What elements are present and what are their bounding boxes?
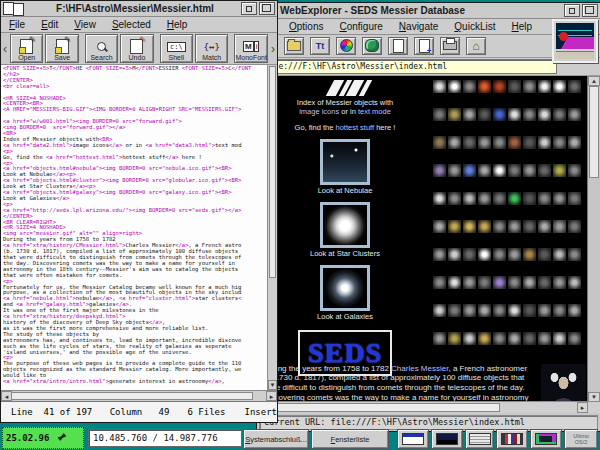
messier-object-thumbnail[interactable] — [553, 220, 566, 233]
messier-object-thumbnail[interactable] — [523, 108, 536, 121]
messier-object-thumbnail[interactable] — [553, 332, 566, 345]
messier-object-thumbnail[interactable] — [493, 248, 506, 261]
messier-object-thumbnail[interactable] — [553, 276, 566, 289]
messier-object-thumbnail[interactable] — [433, 276, 446, 289]
label-galaxies[interactable]: Look at Galaxies — [259, 312, 431, 321]
editor-minimize-button[interactable] — [241, 2, 257, 15]
editor-window[interactable]: F:\HF\Astro\Messier\Messier.html File Ed… — [0, 0, 278, 423]
launchpad-books-button[interactable] — [496, 429, 528, 449]
monofont-button[interactable]: Mi MonoFont — [234, 34, 268, 63]
messier-object-thumbnail[interactable] — [568, 304, 581, 317]
hyperlink[interactable]: hottest stuff — [335, 123, 374, 132]
messier-object-thumbnail[interactable] — [568, 108, 581, 121]
menu-quicklist[interactable]: QuickList — [446, 21, 503, 32]
messier-object-thumbnail[interactable] — [538, 80, 551, 93]
messier-object-thumbnail[interactable] — [523, 80, 536, 93]
messier-object-thumbnail[interactable] — [568, 80, 581, 93]
messier-object-thumbnail[interactable] — [463, 332, 476, 345]
messier-object-thumbnail[interactable] — [448, 304, 461, 317]
ultimo-button[interactable]: Ultimo OS/2 — [564, 429, 598, 449]
colors-button[interactable] — [336, 37, 356, 55]
cluster-thumbnail[interactable] — [320, 202, 370, 248]
hyperlink[interactable]: text mode — [358, 107, 391, 116]
hottest-stuff-line[interactable]: Go, find the hottest stuff here ! — [259, 123, 431, 132]
messier-object-thumbnail[interactable] — [523, 332, 536, 345]
menu-edit[interactable]: Edit — [33, 19, 66, 30]
messier-object-thumbnail[interactable] — [493, 304, 506, 317]
launchpad-screen-button[interactable] — [431, 429, 463, 449]
messier-object-thumbnail[interactable] — [478, 276, 491, 289]
editor-window-icon[interactable] — [3, 2, 29, 15]
menu-navigate[interactable]: Navigate — [391, 21, 446, 32]
webexplorer-window[interactable]: IBM WebExplorer - SEDS Messier Database … — [256, 2, 600, 432]
messier-object-thumbnail[interactable] — [478, 304, 491, 317]
messier-object-thumbnail[interactable] — [448, 220, 461, 233]
galaxy-thumbnail[interactable] — [320, 265, 370, 311]
messier-object-thumbnail[interactable] — [463, 136, 476, 149]
messier-object-thumbnail[interactable] — [523, 164, 536, 177]
messier-object-thumbnail[interactable] — [478, 108, 491, 121]
messier-object-thumbnail[interactable] — [463, 276, 476, 289]
messier-object-thumbnail[interactable] — [553, 164, 566, 177]
menu-selected[interactable]: Selected — [104, 19, 159, 30]
messier-object-thumbnail[interactable] — [448, 276, 461, 289]
messier-object-thumbnail[interactable] — [538, 304, 551, 317]
messier-object-thumbnail[interactable] — [448, 192, 461, 205]
browser-vscroll-thumb[interactable] — [589, 86, 599, 178]
messier-object-thumbnail[interactable] — [463, 304, 476, 317]
document-button[interactable] — [388, 37, 408, 55]
editor-maximize-button[interactable] — [259, 2, 275, 15]
messier-object-thumbnail[interactable] — [508, 164, 521, 177]
messier-thumbnail-grid[interactable] — [433, 80, 583, 345]
scroll-down-icon[interactable]: ▼ — [588, 392, 600, 401]
messier-object-thumbnail[interactable] — [433, 136, 446, 149]
messier-object-thumbnail[interactable] — [508, 304, 521, 317]
messier-object-thumbnail[interactable] — [478, 80, 491, 93]
messier-object-thumbnail[interactable] — [553, 248, 566, 261]
messier-object-thumbnail[interactable] — [433, 108, 446, 121]
messier-object-thumbnail[interactable] — [523, 304, 536, 317]
messier-object-thumbnail[interactable] — [448, 136, 461, 149]
editor-titlebar[interactable]: F:\HF\Astro\Messier\Messier.html — [1, 1, 277, 17]
scroll-up-icon[interactable]: ▲ — [588, 76, 600, 86]
messier-object-thumbnail[interactable] — [448, 164, 461, 177]
messier-object-thumbnail[interactable] — [538, 164, 551, 177]
code-editing-area[interactable]: <FONT SIZE=+5>T</FONT>HE <FONT SIZE=+5>M… — [1, 65, 267, 390]
messier-object-thumbnail[interactable] — [478, 136, 491, 149]
hyperlink[interactable]: image icons — [299, 107, 339, 116]
toolbar-scroll-left-icon[interactable]: ‹ — [1, 34, 9, 63]
messier-object-thumbnail[interactable] — [463, 164, 476, 177]
messier-object-thumbnail[interactable] — [553, 304, 566, 317]
messier-object-thumbnail[interactable] — [508, 136, 521, 149]
messier-object-thumbnail[interactable] — [493, 220, 506, 233]
messier-object-thumbnail[interactable] — [463, 248, 476, 261]
messier-object-thumbnail[interactable] — [508, 192, 521, 205]
messier-object-thumbnail[interactable] — [493, 108, 506, 121]
web-button[interactable] — [362, 37, 382, 55]
date-clock-panel[interactable]: 25.02.96 — [2, 427, 84, 449]
messier-object-thumbnail[interactable] — [448, 80, 461, 93]
launchpad-photo-button[interactable] — [530, 429, 562, 449]
messier-object-thumbnail[interactable] — [433, 80, 446, 93]
messier-object-thumbnail[interactable] — [493, 80, 506, 93]
label-nebulae[interactable]: Look at Nebulae — [259, 186, 431, 195]
messier-object-thumbnail[interactable] — [553, 80, 566, 93]
messier-object-thumbnail[interactable] — [523, 220, 536, 233]
menu-help-browser[interactable]: Help — [503, 21, 540, 32]
messier-object-thumbnail[interactable] — [448, 108, 461, 121]
menu-options[interactable]: Options — [281, 21, 331, 32]
messier-object-thumbnail[interactable] — [433, 248, 446, 261]
search-button[interactable]: Search — [85, 34, 118, 63]
messier-object-thumbnail[interactable] — [568, 220, 581, 233]
open-button[interactable]: ✎ Open — [10, 34, 43, 63]
editor-hscroll-thumb[interactable] — [11, 392, 253, 400]
messier-object-thumbnail[interactable] — [493, 332, 506, 345]
messier-object-thumbnail[interactable] — [568, 248, 581, 261]
messier-object-thumbnail[interactable] — [523, 136, 536, 149]
new-document-button[interactable] — [414, 37, 434, 55]
messier-object-thumbnail[interactable] — [433, 332, 446, 345]
undo-button[interactable]: ✎ Undo — [120, 34, 153, 63]
home-button[interactable]: ⌂ — [466, 37, 486, 55]
messier-object-thumbnail[interactable] — [478, 220, 491, 233]
editor-horizontal-scrollbar[interactable]: ◂ ▸ — [1, 390, 277, 401]
